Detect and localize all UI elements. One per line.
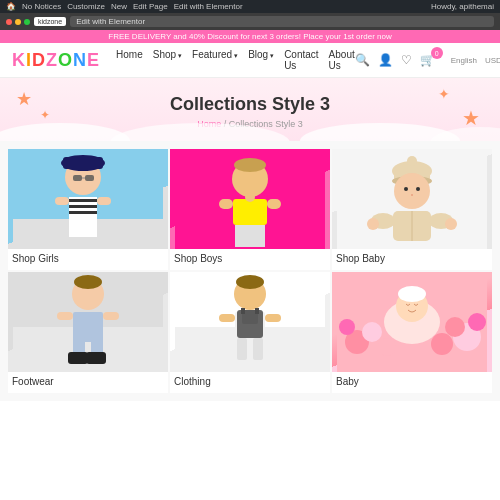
- svg-point-25: [245, 192, 255, 202]
- svg-rect-50: [86, 352, 106, 364]
- collection-baby2[interactable]: Baby: [332, 272, 492, 393]
- nav-blog[interactable]: Blog▾: [248, 49, 274, 71]
- baby2-illustration: [332, 272, 492, 372]
- svg-rect-51: [57, 312, 73, 320]
- admin-bar-notices[interactable]: No Notices: [22, 2, 61, 11]
- blog-dropdown-arrow: ▾: [270, 52, 274, 59]
- nav-about[interactable]: About Us: [329, 49, 355, 71]
- currency-selector[interactable]: USD: [485, 56, 500, 65]
- collection-baby2-label: Baby: [332, 372, 492, 393]
- search-icon[interactable]: 🔍: [355, 53, 370, 67]
- shop-dropdown-arrow: ▾: [178, 52, 182, 59]
- collection-girls-label: Shop Girls: [8, 249, 168, 270]
- collection-footwear[interactable]: Footwear: [8, 272, 168, 393]
- svg-point-69: [339, 319, 355, 335]
- cart-count: 0: [431, 47, 443, 59]
- baby-illustration: [332, 149, 492, 249]
- browser-url-bar[interactable]: Edit with Elementor: [70, 16, 494, 27]
- svg-point-0: [0, 123, 130, 141]
- browser-controls: [6, 19, 30, 25]
- svg-rect-63: [253, 338, 263, 360]
- nav-shop[interactable]: Shop▾: [153, 49, 182, 71]
- user-icon[interactable]: 👤: [378, 53, 393, 67]
- collection-girls[interactable]: Shop Girls: [8, 149, 168, 270]
- admin-bar: 🏠 No Notices Customize New Edit Page Edi…: [0, 0, 500, 13]
- collection-clothing-label: Clothing: [170, 372, 330, 393]
- svg-point-56: [236, 275, 264, 289]
- browser-tab-active[interactable]: kidzone: [34, 17, 66, 26]
- svg-rect-64: [219, 314, 235, 322]
- wishlist-icon[interactable]: ♡: [401, 53, 412, 67]
- nav-icons: 🔍 👤 ♡ 🛒 0 English USD: [355, 53, 500, 67]
- svg-point-33: [404, 187, 408, 191]
- nav-featured[interactable]: Featured▾: [192, 49, 238, 71]
- svg-point-21: [234, 158, 266, 172]
- collection-baby-image: [332, 149, 492, 249]
- svg-rect-52: [103, 312, 119, 320]
- svg-rect-9: [73, 175, 82, 181]
- svg-rect-8: [63, 157, 103, 169]
- admin-bar-customize[interactable]: Customize: [67, 2, 105, 11]
- collection-clothing[interactable]: Clothing: [170, 272, 330, 393]
- collection-boys[interactable]: Shop Boys: [170, 149, 330, 270]
- top-notice-text: FREE DELIVERY and 40% Discount for next …: [108, 32, 391, 41]
- hero-banner: ★ ✦ ✦ ★ Collections Style 3 Home / Colle…: [0, 78, 500, 141]
- site-logo[interactable]: KIDZONE: [12, 50, 100, 71]
- admin-bar-new[interactable]: New: [111, 2, 127, 11]
- svg-rect-24: [267, 199, 281, 209]
- svg-point-32: [394, 173, 430, 209]
- svg-point-40: [367, 218, 379, 230]
- page-title: Collections Style 3: [8, 94, 492, 115]
- svg-point-68: [362, 322, 382, 342]
- collection-footwear-label: Footwear: [8, 372, 168, 393]
- navbar: KIDZONE Home Shop▾ Featured▾ Blog▾ Conta…: [0, 43, 500, 78]
- star-decoration-3: ✦: [438, 86, 450, 102]
- svg-rect-15: [69, 211, 97, 214]
- clothing-illustration: [170, 272, 330, 372]
- svg-rect-22: [233, 199, 267, 225]
- collection-baby-label: Shop Baby: [332, 249, 492, 270]
- nav-contact[interactable]: Contact Us: [284, 49, 318, 71]
- svg-point-73: [378, 338, 396, 356]
- svg-point-34: [416, 187, 420, 191]
- svg-point-72: [468, 313, 486, 331]
- svg-point-45: [74, 275, 102, 289]
- close-dot[interactable]: [6, 19, 12, 25]
- svg-rect-16: [69, 219, 97, 237]
- collection-clothing-image: [170, 272, 330, 372]
- collection-girls-image: [8, 149, 168, 249]
- admin-bar-edit[interactable]: Edit Page: [133, 2, 168, 11]
- collection-footwear-image: [8, 272, 168, 372]
- star-decoration-1: ★: [16, 88, 32, 110]
- admin-bar-elementor[interactable]: Edit with Elementor: [174, 2, 243, 11]
- admin-bar-user: Howdy, apithemai: [431, 2, 494, 11]
- svg-rect-18: [97, 197, 111, 205]
- svg-rect-17: [55, 197, 69, 205]
- nav-links: Home Shop▾ Featured▾ Blog▾ Contact Us Ab…: [116, 49, 355, 71]
- footwear-illustration: [8, 272, 168, 372]
- svg-rect-78: [400, 292, 424, 300]
- nav-home[interactable]: Home: [116, 49, 143, 71]
- browser-tabs: kidzone: [34, 17, 66, 26]
- collection-baby[interactable]: Shop Baby: [332, 149, 492, 270]
- featured-dropdown-arrow: ▾: [234, 52, 238, 59]
- svg-rect-49: [68, 352, 88, 364]
- svg-point-35: [411, 194, 413, 196]
- svg-rect-14: [69, 205, 97, 208]
- admin-bar-logo: 🏠: [6, 2, 16, 11]
- svg-rect-65: [265, 314, 281, 322]
- svg-point-74: [431, 333, 453, 355]
- maximize-dot[interactable]: [24, 19, 30, 25]
- language-selector[interactable]: English: [451, 56, 477, 65]
- svg-point-31: [407, 156, 417, 166]
- girls-illustration: [8, 149, 168, 249]
- svg-rect-13: [69, 199, 97, 202]
- browser-bar: kidzone Edit with Elementor: [0, 13, 500, 30]
- collection-boys-image: [170, 149, 330, 249]
- collection-baby2-image: [332, 272, 492, 372]
- svg-rect-26: [235, 225, 265, 247]
- minimize-dot[interactable]: [15, 19, 21, 25]
- star-decoration-2: ✦: [40, 108, 50, 122]
- svg-rect-61: [255, 308, 259, 314]
- svg-rect-60: [241, 308, 245, 314]
